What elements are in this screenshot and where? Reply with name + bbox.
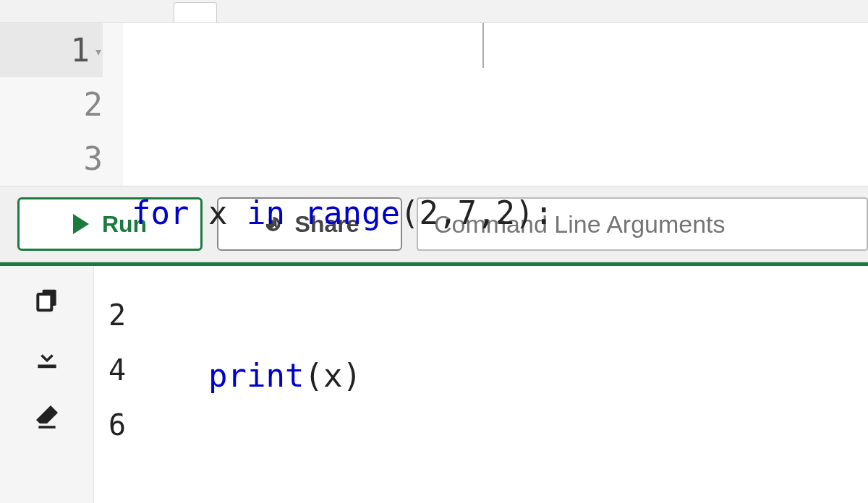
code-line-2[interactable]: print(x) <box>132 348 868 403</box>
keyword-for: for <box>132 194 189 231</box>
func-range: range <box>285 194 400 231</box>
arg-2: 7 <box>457 194 477 231</box>
line-gutter: 1 ▾ 2 3 <box>0 23 123 186</box>
gutter-line-3: 3 <box>0 132 103 186</box>
code-area[interactable]: for x in range(2,7,2): print(x) <box>123 23 868 186</box>
paren-close: ) <box>342 357 362 394</box>
code-line-1[interactable]: for x in range(2,7,2): <box>132 186 868 240</box>
gutter-line-1: 1 ▾ <box>0 23 103 77</box>
arg-x: x <box>323 357 343 394</box>
output-gutter <box>0 266 94 503</box>
indent <box>132 357 208 394</box>
arg-3: 2 <box>495 194 515 231</box>
erase-icon[interactable] <box>33 402 61 431</box>
line-number: 3 <box>84 132 103 186</box>
text-cursor <box>482 23 484 68</box>
copy-icon[interactable] <box>33 286 61 314</box>
func-print: print <box>208 357 304 394</box>
paren-close-colon: ): <box>515 194 553 231</box>
play-icon <box>73 214 89 234</box>
keyword-in: in <box>247 194 285 231</box>
line-number: 2 <box>84 77 103 132</box>
comma: , <box>438 194 458 231</box>
paren-open: ( <box>304 357 323 394</box>
tab-empty[interactable] <box>174 2 217 22</box>
comma: , <box>477 194 496 231</box>
download-icon[interactable] <box>33 344 61 371</box>
gutter-line-2: 2 <box>0 77 103 132</box>
tab-bar <box>0 0 868 23</box>
paren-open: ( <box>400 194 420 231</box>
var-x: x <box>189 194 246 231</box>
line-number: 1 <box>70 23 90 77</box>
fold-arrow-icon[interactable]: ▾ <box>94 25 103 79</box>
code-editor[interactable]: 1 ▾ 2 3 for x in range(2,7,2): print(x) <box>0 23 868 186</box>
svg-rect-1 <box>38 294 51 310</box>
arg-1: 2 <box>419 194 438 231</box>
